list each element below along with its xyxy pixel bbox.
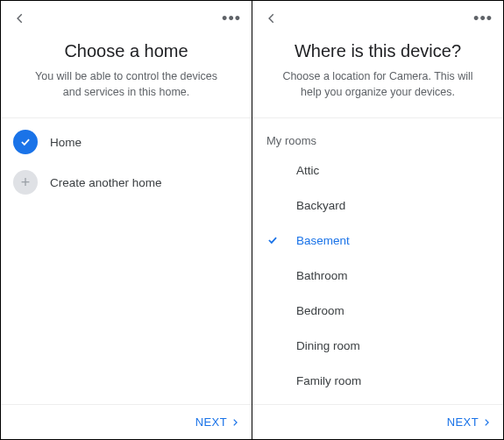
home-option-home[interactable]: Home bbox=[1, 122, 252, 162]
plus-circle-icon: + bbox=[13, 170, 38, 195]
check-circle-icon bbox=[13, 130, 38, 154]
page-title: Choose a home bbox=[22, 41, 231, 61]
room-option-basement[interactable]: Basement bbox=[252, 223, 503, 258]
room-option-dining-room[interactable]: Dining room bbox=[252, 328, 503, 363]
rooms-section-label: My rooms bbox=[252, 122, 503, 153]
room-option-attic[interactable]: Attic bbox=[252, 153, 503, 188]
overflow-menu-icon[interactable]: ••• bbox=[473, 11, 493, 26]
home-option-create[interactable]: + Create another home bbox=[1, 162, 252, 202]
room-label: Backyard bbox=[296, 199, 345, 212]
room-label: Bathroom bbox=[296, 269, 348, 282]
next-label: NEXT bbox=[195, 415, 227, 429]
back-icon[interactable] bbox=[263, 10, 280, 27]
chevron-right-icon bbox=[231, 418, 239, 427]
back-icon[interactable] bbox=[11, 10, 29, 27]
header: Where is this device? Choose a location … bbox=[252, 36, 503, 117]
rooms-list: My rooms Attic Backyard Basement Bathroo… bbox=[252, 118, 503, 404]
page-title: Where is this device? bbox=[273, 41, 482, 61]
home-options-list: Home + Create another home bbox=[1, 118, 252, 404]
room-label: Dining room bbox=[296, 339, 360, 352]
overflow-menu-icon[interactable]: ••• bbox=[222, 11, 241, 26]
room-option-bathroom[interactable]: Bathroom bbox=[252, 258, 503, 293]
check-icon bbox=[266, 234, 296, 246]
page-subtitle: You will be able to control the devices … bbox=[22, 68, 231, 100]
next-label: NEXT bbox=[447, 415, 479, 429]
page-subtitle: Choose a location for Camera. This will … bbox=[273, 68, 482, 100]
topbar: ••• bbox=[252, 1, 503, 36]
room-label: Family room bbox=[296, 374, 361, 387]
topbar: ••• bbox=[1, 1, 252, 36]
room-label: Attic bbox=[296, 164, 319, 177]
pane-choose-home: ••• Choose a home You will be able to co… bbox=[1, 1, 252, 439]
next-button[interactable]: NEXT bbox=[447, 415, 491, 429]
home-option-label: Home bbox=[50, 136, 82, 149]
room-label: Basement bbox=[296, 234, 350, 247]
header: Choose a home You will be able to contro… bbox=[1, 36, 252, 117]
room-label: Bedroom bbox=[296, 304, 344, 317]
room-option-family-room[interactable]: Family room bbox=[252, 363, 503, 398]
room-option-backyard[interactable]: Backyard bbox=[252, 188, 503, 223]
chevron-right-icon bbox=[482, 418, 491, 427]
footer: NEXT bbox=[252, 404, 503, 439]
next-button[interactable]: NEXT bbox=[195, 415, 239, 429]
pane-device-location: ••• Where is this device? Choose a locat… bbox=[252, 1, 503, 439]
room-option-bedroom[interactable]: Bedroom bbox=[252, 293, 503, 328]
footer: NEXT bbox=[1, 404, 252, 439]
home-option-label: Create another home bbox=[50, 176, 162, 189]
